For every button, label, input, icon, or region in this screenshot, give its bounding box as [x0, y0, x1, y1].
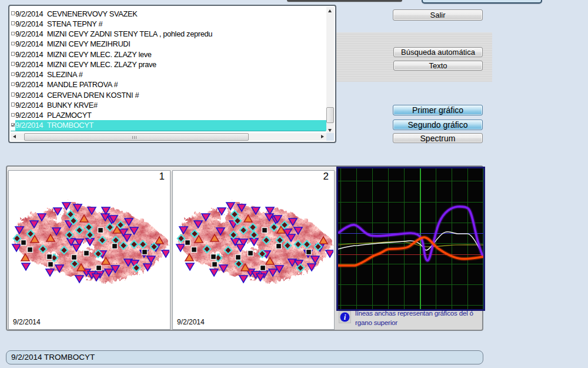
svg-text:i: i: [344, 313, 346, 321]
